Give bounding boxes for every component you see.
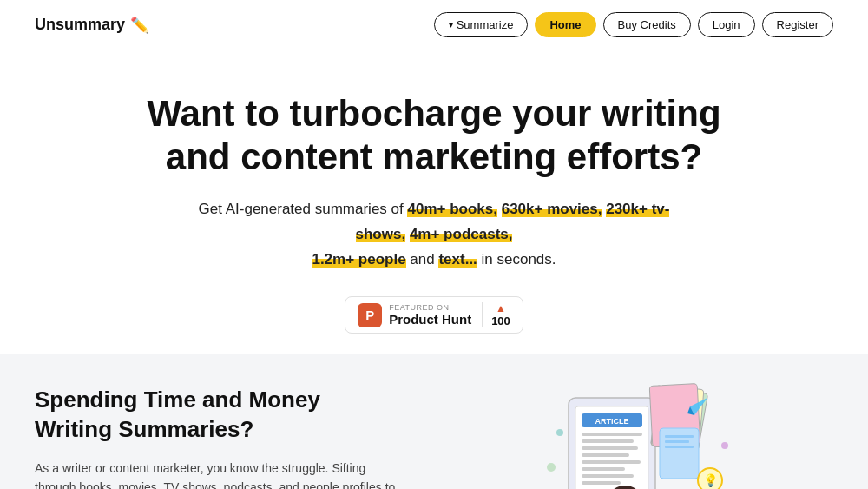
product-hunt-vote-count: 100 xyxy=(491,314,510,327)
highlight-books: 40m+ books, xyxy=(407,201,496,217)
highlight-people: 1.2m+ people xyxy=(312,251,405,268)
lower-text-block: Spending Time and Money Writing Summarie… xyxy=(35,386,399,489)
login-button[interactable]: Login xyxy=(698,12,755,37)
logo-text: Unsummary xyxy=(35,16,125,34)
svg-point-31 xyxy=(547,463,556,472)
pencil-icon: ✏️ xyxy=(130,16,149,35)
buy-credits-button[interactable]: Buy Credits xyxy=(603,12,691,37)
hero-section: Want to turbocharge your writing and con… xyxy=(0,50,868,354)
summarize-button[interactable]: ▾ Summarize xyxy=(434,12,529,37)
product-hunt-text: FEATURED ON Product Hunt xyxy=(389,303,471,328)
lower-title: Spending Time and Money Writing Summarie… xyxy=(35,386,399,445)
product-hunt-votes: ▲ 100 xyxy=(482,302,510,327)
svg-point-30 xyxy=(556,429,563,436)
register-button[interactable]: Register xyxy=(762,12,833,37)
svg-rect-6 xyxy=(582,446,638,450)
hero-subtitle: Get AI-generated summaries of 40m+ books… xyxy=(174,197,694,273)
product-hunt-featured-label: FEATURED ON xyxy=(389,303,449,313)
svg-rect-17 xyxy=(665,440,689,443)
product-hunt-badge[interactable]: P FEATURED ON Product Hunt ▲ 100 xyxy=(345,296,523,334)
navbar: Unsummary ✏️ ▾ Summarize Home Buy Credit… xyxy=(0,0,868,50)
highlight-movies: 630k+ movies, xyxy=(502,201,602,217)
lower-section: Spending Time and Money Writing Summarie… xyxy=(0,354,868,489)
svg-rect-4 xyxy=(582,433,642,436)
highlight-text: text... xyxy=(438,251,477,268)
hero-subtitle-before: Get AI-generated summaries of xyxy=(199,201,408,217)
chevron-down-icon: ▾ xyxy=(449,20,453,30)
svg-rect-18 xyxy=(665,446,694,448)
svg-rect-16 xyxy=(665,435,694,438)
upvote-arrow-icon: ▲ xyxy=(496,302,506,314)
hero-title: Want to turbocharge your writing and con… xyxy=(122,92,746,180)
svg-rect-5 xyxy=(582,439,634,443)
home-button[interactable]: Home xyxy=(535,12,595,37)
product-hunt-name: Product Hunt xyxy=(389,312,471,327)
lower-description: As a writer or content marketer, you kno… xyxy=(35,459,399,489)
lower-illustration: ARTICLE 💡 xyxy=(434,386,833,489)
nav-buttons: ▾ Summarize Home Buy Credits Login Regis… xyxy=(434,12,833,37)
svg-rect-7 xyxy=(582,453,629,457)
svg-point-32 xyxy=(721,442,728,449)
svg-text:💡: 💡 xyxy=(703,473,719,488)
logo: Unsummary ✏️ xyxy=(35,16,149,35)
svg-rect-10 xyxy=(582,474,634,478)
svg-rect-8 xyxy=(582,460,641,464)
svg-rect-9 xyxy=(582,467,625,471)
illustration-svg: ARTICLE 💡 xyxy=(521,380,746,489)
product-hunt-logo: P xyxy=(358,303,382,327)
svg-rect-11 xyxy=(582,481,621,485)
svg-text:ARTICLE: ARTICLE xyxy=(595,417,629,426)
highlight-podcasts: 4m+ podcasts, xyxy=(410,226,513,242)
